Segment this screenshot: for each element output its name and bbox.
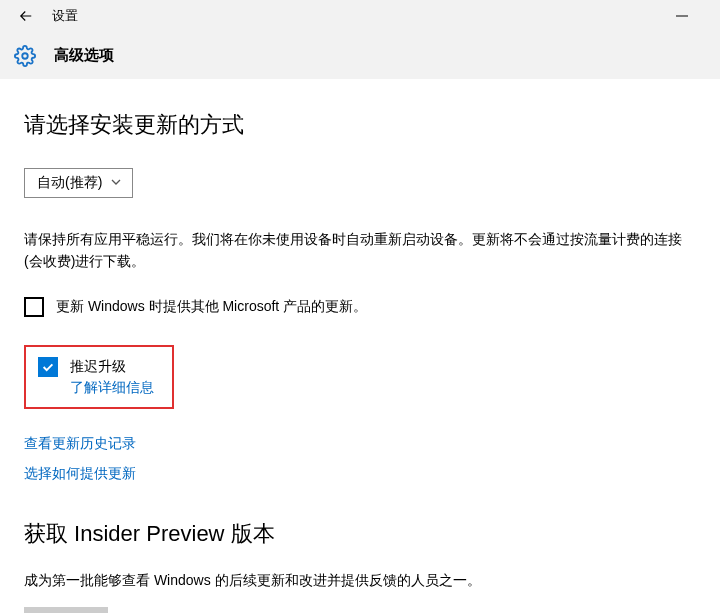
choose-delivery-link[interactable]: 选择如何提供更新 [24,465,696,483]
checkbox-checked-icon [38,357,58,377]
section-heading-update-method: 请选择安装更新的方式 [24,110,696,140]
learn-more-link[interactable]: 了解详细信息 [70,379,160,397]
checkbox-unchecked-icon [24,297,44,317]
insider-description: 成为第一批能够查看 Windows 的后续更新和改进并提供反馈的人员之一。 [24,569,696,591]
minimize-button[interactable] [664,0,700,32]
content: 请选择安装更新的方式 自动(推荐) 请保持所有应用平稳运行。我们将在你未使用设备… [0,80,720,613]
back-button[interactable] [10,0,42,32]
arrow-left-icon [17,7,35,25]
section-heading-insider: 获取 Insider Preview 版本 [24,519,696,549]
update-mode-dropdown[interactable]: 自动(推荐) [24,168,133,198]
checkbox-defer-upgrade[interactable]: 推迟升级 [38,357,160,377]
title-bar: 设置 [0,0,720,32]
defer-upgrade-label: 推迟升级 [70,358,126,376]
gear-icon [14,45,36,67]
checkbox-other-label: 更新 Windows 时提供其他 Microsoft 产品的更新。 [56,298,367,316]
checkbox-other-ms-products[interactable]: 更新 Windows 时提供其他 Microsoft 产品的更新。 [24,297,696,317]
svg-point-1 [22,53,28,59]
window-title: 设置 [52,7,78,25]
page-title: 高级选项 [54,46,114,65]
dropdown-value: 自动(推荐) [37,174,102,192]
update-description: 请保持所有应用平稳运行。我们将在你未使用设备时自动重新启动设备。更新将不会通过按… [24,228,696,273]
view-history-link[interactable]: 查看更新历史记录 [24,435,696,453]
defer-upgrade-highlight: 推迟升级 了解详细信息 [24,345,174,409]
insider-start-button[interactable]: 开始 [24,607,108,613]
chevron-down-icon [110,176,122,190]
subheader: 高级选项 [0,32,720,80]
minimize-icon [676,10,688,22]
